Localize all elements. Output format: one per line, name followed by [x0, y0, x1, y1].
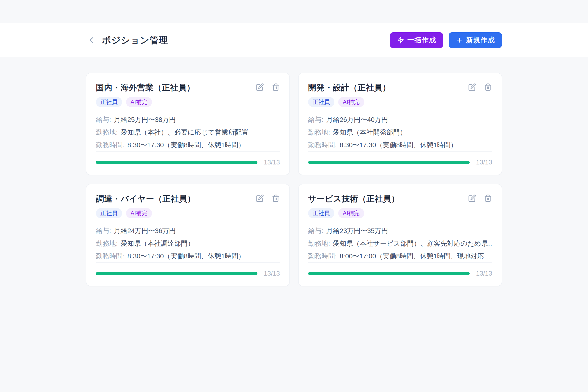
edit-button[interactable] — [256, 194, 264, 202]
bulk-create-label: 一括作成 — [407, 36, 436, 45]
location-row: 勤務地:愛知県（本社）、必要に応じて営業所配置 — [96, 126, 280, 139]
salary-value: 月給23万円〜35万円 — [326, 226, 388, 236]
hours-row: 勤務時間:8:30〜17:30（実働8時間、休憩1時間） — [96, 250, 280, 262]
salary-label: 給与: — [308, 226, 324, 236]
delete-button[interactable] — [271, 194, 280, 202]
salary-row: 給与:月給26万円〜40万円 — [308, 113, 492, 126]
location-value: 愛知県（本社開発部門） — [333, 128, 406, 137]
edit-button[interactable] — [468, 194, 476, 202]
location-value: 愛知県（本社調達部門） — [121, 239, 194, 248]
location-value: 愛知県（本社）、必要に応じて営業所配置 — [121, 128, 248, 137]
salary-label: 給与: — [96, 115, 111, 124]
top-strip — [0, 0, 588, 23]
content-area: 国内・海外営業（正社員） 正社員 AI補完 給与:月給25万円〜38万円 勤務地… — [0, 57, 588, 286]
hours-value: 8:30〜17:30（実働8時間、休憩1時間） — [128, 140, 245, 150]
delete-button[interactable] — [484, 83, 492, 91]
bulk-create-button[interactable]: 一括作成 — [390, 32, 443, 48]
employment-type-badge: 正社員 — [308, 97, 334, 107]
hours-row: 勤務時間:8:30〜17:30（実働8時間、休憩1時間） — [96, 139, 280, 151]
hours-label: 勤務時間: — [96, 252, 124, 261]
location-row: 勤務地:愛知県（本社調達部門） — [96, 237, 280, 250]
hours-value: 8:30〜17:30（実働8時間、休憩1時間） — [340, 140, 457, 150]
position-title: サービス技術（正社員） — [308, 193, 463, 204]
hours-label: 勤務時間: — [96, 140, 124, 150]
ai-complete-badge: AI補完 — [338, 208, 364, 218]
location-row: 勤務地:愛知県（本社開発部門） — [308, 126, 492, 139]
new-create-label: 新規作成 — [466, 36, 495, 45]
salary-row: 給与:月給25万円〜38万円 — [96, 113, 280, 126]
employment-type-badge: 正社員 — [96, 208, 122, 218]
delete-button[interactable] — [271, 83, 280, 91]
location-label: 勤務地: — [308, 239, 330, 248]
position-card: 開発・設計（正社員） 正社員 AI補完 給与:月給26万円〜40万円 勤務地:愛… — [298, 73, 502, 175]
hours-label: 勤務時間: — [308, 140, 337, 150]
chevron-left-icon — [86, 36, 96, 45]
position-card: 調達・バイヤー（正社員） 正社員 AI補完 給与:月給24万円〜36万円 勤務地… — [86, 184, 290, 286]
edit-icon — [256, 83, 264, 91]
edit-button[interactable] — [256, 83, 264, 91]
location-label: 勤務地: — [96, 239, 118, 248]
hours-value: 8:30〜17:30（実働8時間、休憩1時間） — [128, 252, 245, 261]
salary-label: 給与: — [308, 115, 324, 124]
edit-icon — [468, 83, 476, 91]
ai-complete-badge: AI補完 — [126, 97, 152, 107]
progress-count: 13/13 — [474, 270, 492, 277]
page-title: ポジション管理 — [102, 34, 168, 46]
divider — [308, 262, 492, 263]
location-label: 勤務地: — [308, 128, 330, 137]
location-row: 勤務地:愛知県（本社サービス部門）、顧客先対応のため県… — [308, 237, 492, 250]
position-title: 開発・設計（正社員） — [308, 82, 463, 93]
salary-value: 月給26万円〜40万円 — [326, 115, 388, 124]
trash-icon — [484, 83, 492, 91]
divider — [96, 262, 280, 263]
trash-icon — [272, 83, 280, 91]
back-button[interactable] — [86, 35, 96, 46]
hours-value: 8:00〜17:00（実働8時間、休憩1時間、現地対応… — [340, 252, 491, 261]
salary-label: 給与: — [96, 226, 111, 236]
progress-bar — [308, 161, 470, 164]
hours-row: 勤務時間:8:00〜17:00（実働8時間、休憩1時間、現地対応… — [308, 250, 492, 262]
salary-value: 月給24万円〜36万円 — [114, 226, 176, 236]
position-card: サービス技術（正社員） 正社員 AI補完 給与:月給23万円〜35万円 勤務地:… — [298, 184, 502, 286]
salary-row: 給与:月給23万円〜35万円 — [308, 224, 492, 237]
zap-icon — [397, 36, 404, 44]
employment-type-badge: 正社員 — [96, 97, 122, 107]
ai-complete-badge: AI補完 — [126, 208, 152, 218]
position-title: 国内・海外営業（正社員） — [96, 82, 251, 93]
edit-button[interactable] — [468, 83, 476, 91]
progress-count: 13/13 — [262, 270, 280, 277]
position-title: 調達・バイヤー（正社員） — [96, 193, 251, 204]
location-value: 愛知県（本社サービス部門）、顧客先対応のため県… — [333, 239, 492, 248]
trash-icon — [272, 194, 280, 202]
progress-bar — [96, 272, 258, 275]
page-header: ポジション管理 一括作成 新規作成 — [0, 23, 588, 57]
progress-count: 13/13 — [262, 159, 280, 166]
divider — [96, 151, 280, 152]
hours-row: 勤務時間:8:30〜17:30（実働8時間、休憩1時間） — [308, 139, 492, 151]
divider — [308, 151, 492, 152]
salary-value: 月給25万円〜38万円 — [114, 115, 176, 124]
position-card: 国内・海外営業（正社員） 正社員 AI補完 給与:月給25万円〜38万円 勤務地… — [86, 73, 290, 175]
delete-button[interactable] — [484, 194, 492, 202]
ai-complete-badge: AI補完 — [338, 97, 364, 107]
edit-icon — [256, 194, 264, 202]
employment-type-badge: 正社員 — [308, 208, 334, 218]
trash-icon — [484, 194, 492, 202]
new-create-button[interactable]: 新規作成 — [449, 32, 502, 48]
edit-icon — [468, 194, 476, 202]
progress-bar — [96, 161, 258, 164]
salary-row: 給与:月給24万円〜36万円 — [96, 224, 280, 237]
progress-bar — [308, 272, 470, 275]
progress-count: 13/13 — [474, 159, 492, 166]
hours-label: 勤務時間: — [308, 252, 337, 261]
location-label: 勤務地: — [96, 128, 118, 137]
plus-icon — [456, 36, 463, 44]
position-card-grid: 国内・海外営業（正社員） 正社員 AI補完 給与:月給25万円〜38万円 勤務地… — [86, 73, 502, 286]
